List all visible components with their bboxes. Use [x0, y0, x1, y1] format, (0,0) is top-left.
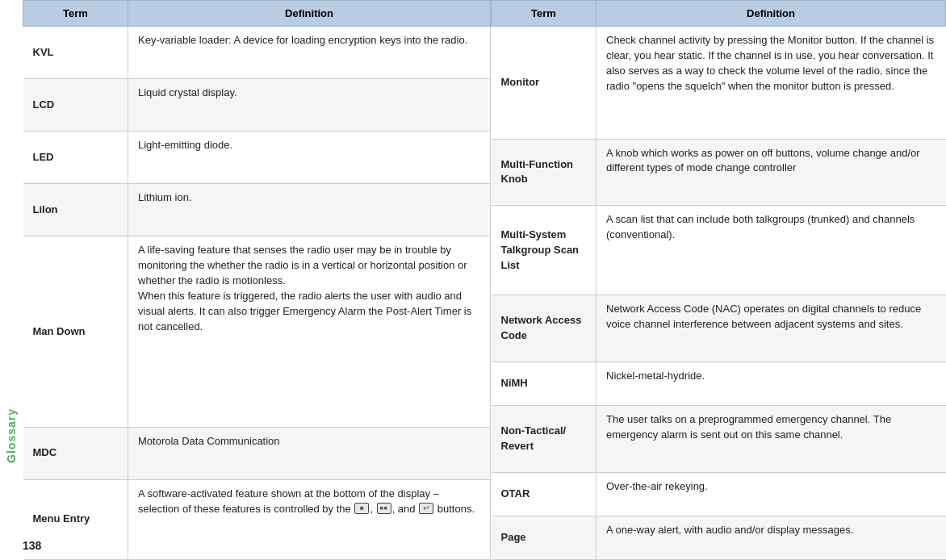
glossary-label: Glossary [5, 408, 18, 463]
right-header-definition: Definition [596, 1, 946, 27]
definition-cell: A life-saving feature that senses the ra… [128, 236, 491, 427]
term-cell: Multi-Function Knob [492, 139, 596, 206]
definition-cell: Lithium ion. [128, 184, 491, 236]
term-cell: OTAR [492, 472, 596, 516]
table-row: KVLKey-variable loader: A device for loa… [23, 27, 491, 79]
term-cell: MDC [23, 427, 128, 479]
page-number: 138 [23, 539, 41, 552]
definition-cell: Over-the-air rekeying. [596, 472, 946, 516]
button2-icon: ■■ [377, 503, 391, 514]
definition-cell: Network Access Code (NAC) operates on di… [596, 295, 946, 362]
term-cell: LCD [23, 79, 128, 132]
left-table: Term Definition KVLKey-variable loader: … [23, 0, 491, 560]
term-cell: Network Access Code [492, 295, 596, 362]
definition-cell: Key-variable loader: A device for loadin… [128, 27, 491, 79]
term-cell: LiIon [23, 184, 128, 236]
table-row: Multi-Function KnobA knob which works as… [492, 139, 946, 206]
button1-icon: ■ [354, 503, 369, 514]
table-row: Non-Tactical/ RevertThe user talks on a … [492, 406, 946, 473]
table-row: PageA one-way alert, with audio and/or d… [492, 516, 946, 559]
definition-cell: The user talks on a preprogrammed emerge… [596, 406, 946, 473]
definition-cell: A scan list that can include both talkgr… [596, 206, 946, 295]
term-cell: Multi-System Talkgroup Scan List [492, 206, 596, 295]
table-row: MonitorCheck channel activity by pressin… [492, 27, 946, 140]
table-row: Multi-System Talkgroup Scan ListA scan l… [492, 206, 946, 295]
term-cell: NiMH [492, 361, 596, 405]
table-row: NiMHNickel-metal-hydride. [492, 361, 946, 405]
table-row: LEDLight-emitting diode. [23, 132, 491, 184]
button3-icon: ↵ [419, 503, 433, 514]
definition-cell: A software-activated feature shown at th… [128, 479, 491, 559]
table-row: MDCMotorola Data Communication [23, 427, 491, 479]
definition-cell: Nickel-metal-hydride. [596, 361, 946, 405]
definition-cell: A knob which works as power on off butto… [596, 139, 946, 206]
table-row: OTAROver-the-air rekeying. [492, 472, 946, 516]
sidebar-label: Glossary [0, 408, 23, 463]
table-row: Menu EntryA software-activated feature s… [23, 479, 491, 559]
table-row: LCDLiquid crystal display. [23, 79, 491, 132]
term-cell: Monitor [492, 27, 596, 140]
table-row: Network Access CodeNetwork Access Code (… [492, 295, 946, 362]
left-header-term: Term [23, 1, 128, 27]
definition-cell: Check channel activity by pressing the M… [596, 27, 946, 140]
right-header-term: Term [492, 1, 596, 27]
term-cell: KVL [23, 27, 128, 79]
table-row: LiIonLithium ion. [23, 184, 491, 236]
definition-cell: Liquid crystal display. [128, 79, 491, 132]
page-wrapper: Glossary 138 Term Definition KVLKey-vari… [0, 0, 946, 560]
term-cell: Page [492, 516, 596, 559]
definition-cell: Motorola Data Communication [128, 427, 491, 479]
term-cell: Non-Tactical/ Revert [492, 406, 596, 473]
term-cell: Man Down [23, 236, 128, 427]
term-cell: LED [23, 132, 128, 184]
definition-cell: Light-emitting diode. [128, 132, 491, 184]
right-table: Term Definition MonitorCheck channel act… [491, 0, 946, 560]
left-header-definition: Definition [128, 1, 491, 27]
content-area: Term Definition KVLKey-variable loader: … [23, 0, 946, 560]
table-row: Man DownA life-saving feature that sense… [23, 236, 491, 427]
definition-cell: A one-way alert, with audio and/or displ… [596, 516, 946, 559]
